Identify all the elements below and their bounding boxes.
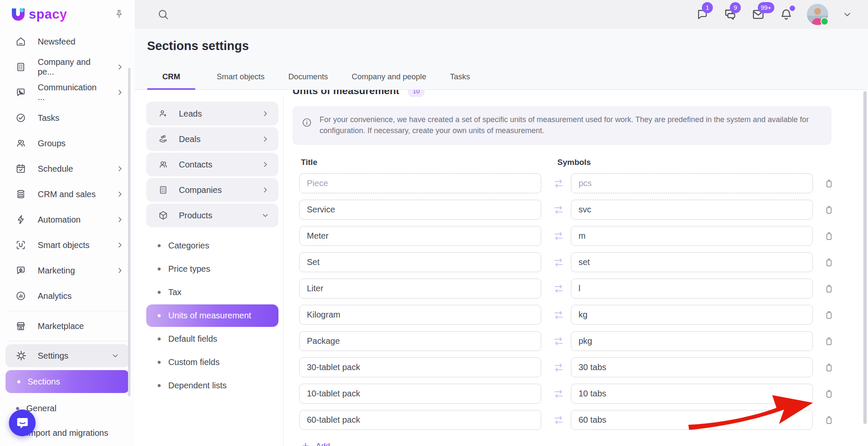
- tab-documents[interactable]: Documents: [286, 72, 331, 89]
- delete-unit-icon[interactable]: [823, 415, 835, 426]
- sidebar-item-company-and-pe[interactable]: Company and pe...: [0, 54, 135, 80]
- unit-symbol-input[interactable]: [571, 410, 813, 430]
- crm-nav-deals[interactable]: Deals: [146, 127, 278, 151]
- sidebar-item-newsfeed[interactable]: Newsfeed: [0, 29, 135, 54]
- support-chat-icon: [16, 417, 29, 429]
- crm-nav-leads[interactable]: Leads: [146, 102, 278, 125]
- swap-arrows-icon: [547, 177, 570, 190]
- team-chats-icon[interactable]: 9: [723, 7, 737, 22]
- unit-title-input[interactable]: [299, 200, 541, 220]
- delete-unit-icon[interactable]: [823, 231, 835, 242]
- unit-symbol-input[interactable]: [571, 200, 813, 220]
- bullet-icon: [158, 314, 161, 317]
- tab-smart-objects[interactable]: Smart objects: [214, 72, 267, 89]
- subnav-units-of-measurement[interactable]: Units of measurement: [146, 304, 278, 327]
- delete-unit-icon[interactable]: [823, 283, 835, 294]
- bullet-icon: [17, 380, 20, 383]
- units-rows: [292, 173, 856, 430]
- delete-unit-icon[interactable]: [823, 178, 835, 189]
- subnav-price-types[interactable]: Price types: [146, 257, 278, 281]
- sidebar-item-communication[interactable]: Communication ...: [0, 80, 135, 105]
- bullet-icon: [16, 407, 19, 410]
- unit-symbol-input[interactable]: [571, 279, 813, 298]
- sidebar-subitem-sections[interactable]: Sections: [6, 370, 129, 393]
- subnav-default-fields[interactable]: Default fields: [146, 327, 278, 351]
- unit-symbol-input[interactable]: [571, 226, 813, 246]
- analytics-icon: [15, 290, 26, 301]
- crm-nav-products[interactable]: Products: [146, 203, 278, 227]
- unit-symbol-input[interactable]: [571, 384, 813, 404]
- page-title: Sections settings: [147, 39, 249, 53]
- tab-crm[interactable]: CRM: [147, 72, 195, 89]
- unit-symbol-input[interactable]: [571, 331, 813, 351]
- chat-badge: 1: [702, 2, 713, 13]
- subnav-tax[interactable]: Tax: [146, 281, 278, 304]
- sidebar-item-settings[interactable]: Settings: [6, 344, 129, 367]
- sidebar-item-crm-and-sales[interactable]: CRM and sales: [0, 181, 135, 207]
- bullet-icon: [158, 361, 161, 364]
- sidebar-item-groups[interactable]: Groups: [0, 131, 135, 156]
- unit-title-input[interactable]: [299, 305, 541, 325]
- info-banner: For your convenience, we have created a …: [292, 106, 832, 145]
- unit-title-input[interactable]: [299, 331, 541, 351]
- chevron-right-icon: [115, 164, 125, 173]
- online-status-dot: [821, 17, 829, 25]
- unit-title-input[interactable]: [299, 357, 541, 377]
- swap-arrows-icon: [547, 387, 570, 400]
- delete-unit-icon[interactable]: [823, 309, 835, 321]
- delete-unit-icon[interactable]: [823, 336, 835, 347]
- unit-title-input[interactable]: [299, 410, 541, 430]
- unit-title-input[interactable]: [299, 226, 541, 246]
- sidebar-item-marketplace[interactable]: Marketplace: [0, 313, 135, 339]
- crm-nav-contacts[interactable]: Contacts: [146, 153, 278, 176]
- sidebar-scrollbar[interactable]: [128, 68, 131, 396]
- unit-row-kilogram: [292, 305, 856, 325]
- delete-unit-icon[interactable]: [823, 362, 835, 373]
- subnav-categories[interactable]: Categories: [146, 234, 278, 257]
- unit-title-input[interactable]: [299, 384, 541, 404]
- chat-icon[interactable]: 1: [695, 7, 709, 22]
- tab-company-and-people[interactable]: Company and people: [349, 72, 429, 89]
- profile-chevron-down-icon[interactable]: [842, 9, 853, 20]
- crm-nav-companies[interactable]: Companies: [146, 178, 278, 202]
- sidebar-item-automation[interactable]: Automation: [0, 207, 135, 232]
- sidebar-item-smart-objects[interactable]: Smart objects: [0, 232, 135, 258]
- communication-icon: [15, 87, 26, 98]
- subnav-custom-fields[interactable]: Custom fields: [146, 351, 278, 374]
- uspacy-logo[interactable]: spacy: [8, 5, 67, 24]
- unit-symbol-input[interactable]: [571, 173, 813, 193]
- delete-unit-icon[interactable]: [823, 204, 835, 215]
- mail-badge: 99+: [758, 2, 774, 13]
- chevron-down-icon: [261, 211, 270, 220]
- delete-unit-icon[interactable]: [823, 388, 835, 399]
- delete-unit-icon[interactable]: [823, 257, 835, 268]
- sidebar-item-marketing[interactable]: Marketing: [0, 258, 135, 283]
- user-avatar[interactable]: [807, 4, 828, 25]
- crm-settings-nav: LeadsDealsContactsCompaniesProductsCateg…: [146, 102, 278, 397]
- unit-title-input[interactable]: [299, 252, 541, 272]
- unit-title-input[interactable]: [299, 279, 541, 298]
- crm-nav-label: Deals: [179, 134, 200, 144]
- info-icon: [302, 117, 312, 128]
- sidebar-item-label: Newsfeed: [38, 37, 75, 47]
- sidebar-item-schedule[interactable]: Schedule: [0, 156, 135, 181]
- unit-symbol-input[interactable]: [571, 305, 813, 325]
- window-scrollbar[interactable]: [863, 91, 867, 424]
- unit-row-liter: [292, 279, 856, 298]
- pin-sidebar-icon[interactable]: [114, 9, 125, 20]
- add-unit-button[interactable]: Add: [301, 441, 330, 446]
- unit-symbol-input[interactable]: [571, 252, 813, 272]
- deals-icon: [158, 134, 168, 144]
- settings-gear-icon: [16, 350, 27, 361]
- search-icon[interactable]: [157, 8, 170, 21]
- unit-title-input[interactable]: [299, 173, 541, 193]
- tab-tasks[interactable]: Tasks: [448, 72, 473, 89]
- mail-icon[interactable]: 99+: [751, 7, 765, 22]
- notifications-bell-icon[interactable]: [779, 7, 793, 22]
- subnav-dependent-lists[interactable]: Dependent lists: [146, 374, 278, 397]
- unit-row-service: [292, 200, 856, 220]
- unit-symbol-input[interactable]: [571, 357, 813, 377]
- sidebar-item-tasks[interactable]: Tasks: [0, 105, 135, 131]
- support-chat-launcher[interactable]: [9, 410, 36, 436]
- sidebar-item-analytics[interactable]: Analytics: [0, 283, 135, 309]
